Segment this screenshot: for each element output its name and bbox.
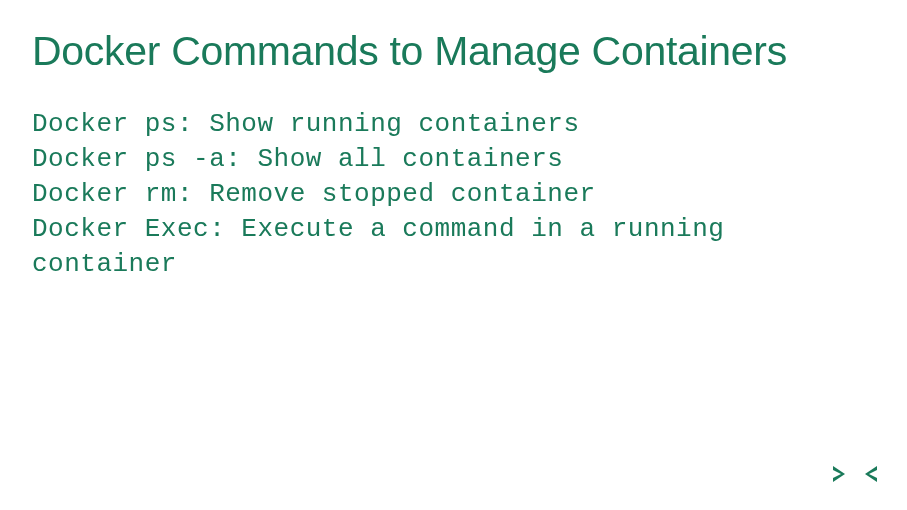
command-item: Docker ps: Show running containers — [32, 107, 907, 142]
page-title: Docker Commands to Manage Containers — [0, 0, 907, 75]
command-item: Docker Exec: Execute a command in a runn… — [32, 212, 907, 247]
command-item: Docker ps -a: Show all containers — [32, 142, 907, 177]
command-list: Docker ps: Show running containers Docke… — [0, 75, 907, 282]
command-item: container — [32, 247, 907, 282]
command-item: Docker rm: Remove stopped container — [32, 177, 907, 212]
logo-icon — [827, 458, 883, 490]
